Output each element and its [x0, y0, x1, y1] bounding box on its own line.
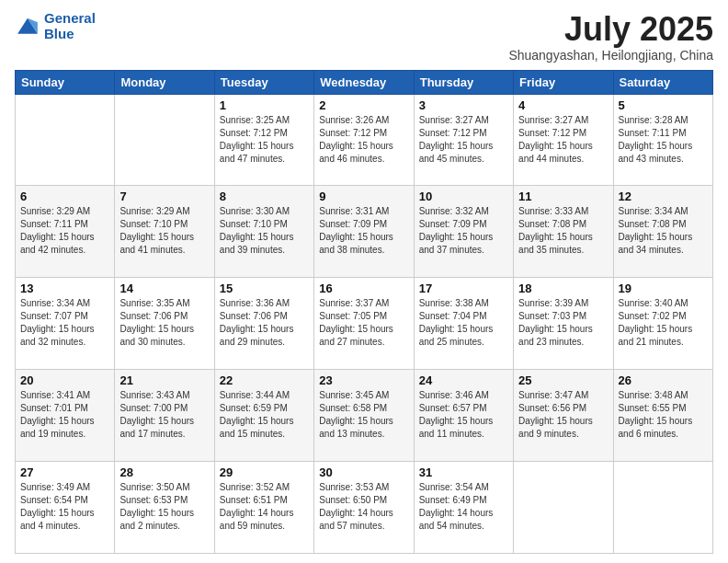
day-info: Sunrise: 3:30 AM Sunset: 7:10 PM Dayligh…: [220, 205, 309, 257]
calendar-cell: 17Sunrise: 3:38 AM Sunset: 7:04 PM Dayli…: [414, 278, 513, 370]
logo-text: General Blue: [44, 11, 96, 41]
day-info: Sunrise: 3:49 AM Sunset: 6:54 PM Dayligh…: [20, 481, 109, 533]
calendar: Sunday Monday Tuesday Wednesday Thursday…: [15, 70, 713, 554]
calendar-cell: 18Sunrise: 3:39 AM Sunset: 7:03 PM Dayli…: [514, 278, 613, 370]
calendar-cell: 5Sunrise: 3:28 AM Sunset: 7:11 PM Daylig…: [613, 94, 712, 186]
day-info: Sunrise: 3:25 AM Sunset: 7:12 PM Dayligh…: [220, 114, 309, 166]
col-thursday: Thursday: [414, 70, 513, 94]
day-number: 15: [220, 282, 309, 295]
calendar-cell: 29Sunrise: 3:52 AM Sunset: 6:51 PM Dayli…: [214, 462, 313, 554]
day-number: 10: [419, 190, 508, 203]
calendar-cell: 20Sunrise: 3:41 AM Sunset: 7:01 PM Dayli…: [16, 370, 115, 462]
day-number: 25: [518, 373, 608, 387]
day-number: 8: [220, 190, 309, 203]
day-info: Sunrise: 3:37 AM Sunset: 7:05 PM Dayligh…: [319, 297, 408, 349]
calendar-week-5: 27Sunrise: 3:49 AM Sunset: 6:54 PM Dayli…: [16, 462, 713, 554]
calendar-cell: 30Sunrise: 3:53 AM Sunset: 6:50 PM Dayli…: [314, 462, 414, 554]
calendar-week-3: 13Sunrise: 3:34 AM Sunset: 7:07 PM Dayli…: [16, 278, 713, 370]
day-info: Sunrise: 3:47 AM Sunset: 6:56 PM Dayligh…: [518, 389, 608, 441]
day-number: 13: [20, 282, 109, 295]
day-number: 6: [20, 190, 109, 203]
calendar-cell: 11Sunrise: 3:33 AM Sunset: 7:08 PM Dayli…: [514, 186, 613, 278]
col-friday: Friday: [514, 70, 613, 94]
day-number: 30: [319, 465, 408, 479]
calendar-cell: 14Sunrise: 3:35 AM Sunset: 7:06 PM Dayli…: [115, 278, 214, 370]
day-info: Sunrise: 3:44 AM Sunset: 6:59 PM Dayligh…: [220, 389, 309, 441]
col-sunday: Sunday: [16, 70, 115, 94]
day-number: 11: [518, 190, 608, 203]
day-number: 26: [619, 373, 708, 387]
calendar-cell: 7Sunrise: 3:29 AM Sunset: 7:10 PM Daylig…: [115, 186, 214, 278]
day-number: 29: [220, 465, 309, 479]
calendar-cell: 4Sunrise: 3:27 AM Sunset: 7:12 PM Daylig…: [514, 94, 613, 186]
day-number: 22: [220, 373, 309, 387]
calendar-cell: 26Sunrise: 3:48 AM Sunset: 6:55 PM Dayli…: [613, 370, 712, 462]
day-info: Sunrise: 3:34 AM Sunset: 7:07 PM Dayligh…: [20, 297, 109, 349]
day-number: 28: [119, 465, 209, 479]
calendar-cell: 24Sunrise: 3:46 AM Sunset: 6:57 PM Dayli…: [414, 370, 513, 462]
day-number: 14: [119, 282, 209, 295]
calendar-header-row: Sunday Monday Tuesday Wednesday Thursday…: [16, 70, 713, 94]
day-info: Sunrise: 3:45 AM Sunset: 6:58 PM Dayligh…: [319, 389, 408, 441]
calendar-cell: 23Sunrise: 3:45 AM Sunset: 6:58 PM Dayli…: [314, 370, 414, 462]
day-number: 27: [20, 465, 109, 479]
day-info: Sunrise: 3:29 AM Sunset: 7:10 PM Dayligh…: [119, 205, 209, 257]
day-info: Sunrise: 3:39 AM Sunset: 7:03 PM Dayligh…: [518, 297, 608, 349]
logo-icon: [15, 14, 40, 40]
col-tuesday: Tuesday: [214, 70, 313, 94]
calendar-cell: 9Sunrise: 3:31 AM Sunset: 7:09 PM Daylig…: [314, 186, 414, 278]
day-number: 23: [319, 373, 408, 387]
calendar-cell: 6Sunrise: 3:29 AM Sunset: 7:11 PM Daylig…: [16, 186, 115, 278]
col-wednesday: Wednesday: [314, 70, 414, 94]
calendar-cell: [613, 462, 712, 554]
calendar-cell: 12Sunrise: 3:34 AM Sunset: 7:08 PM Dayli…: [613, 186, 712, 278]
day-number: 9: [319, 190, 408, 203]
day-number: 12: [619, 190, 708, 203]
col-saturday: Saturday: [613, 70, 712, 94]
day-number: 1: [220, 98, 309, 112]
day-number: 7: [119, 190, 209, 203]
calendar-cell: 15Sunrise: 3:36 AM Sunset: 7:06 PM Dayli…: [214, 278, 313, 370]
day-number: 31: [419, 465, 508, 479]
calendar-cell: [16, 94, 115, 186]
day-info: Sunrise: 3:54 AM Sunset: 6:49 PM Dayligh…: [419, 481, 508, 533]
day-info: Sunrise: 3:27 AM Sunset: 7:12 PM Dayligh…: [518, 114, 608, 166]
calendar-cell: 19Sunrise: 3:40 AM Sunset: 7:02 PM Dayli…: [613, 278, 712, 370]
day-number: 18: [518, 282, 608, 295]
calendar-cell: 1Sunrise: 3:25 AM Sunset: 7:12 PM Daylig…: [214, 94, 313, 186]
day-number: 24: [419, 373, 508, 387]
calendar-week-4: 20Sunrise: 3:41 AM Sunset: 7:01 PM Dayli…: [16, 370, 713, 462]
calendar-cell: 22Sunrise: 3:44 AM Sunset: 6:59 PM Dayli…: [214, 370, 313, 462]
day-info: Sunrise: 3:33 AM Sunset: 7:08 PM Dayligh…: [518, 205, 608, 257]
month-title: July 2025: [508, 11, 713, 48]
calendar-cell: 27Sunrise: 3:49 AM Sunset: 6:54 PM Dayli…: [16, 462, 115, 554]
calendar-cell: 13Sunrise: 3:34 AM Sunset: 7:07 PM Dayli…: [16, 278, 115, 370]
calendar-week-1: 1Sunrise: 3:25 AM Sunset: 7:12 PM Daylig…: [16, 94, 713, 186]
calendar-cell: 31Sunrise: 3:54 AM Sunset: 6:49 PM Dayli…: [414, 462, 513, 554]
day-info: Sunrise: 3:38 AM Sunset: 7:04 PM Dayligh…: [419, 297, 508, 349]
calendar-cell: 16Sunrise: 3:37 AM Sunset: 7:05 PM Dayli…: [314, 278, 414, 370]
logo: General Blue: [15, 11, 96, 41]
title-block: July 2025 Shuangyashan, Heilongjiang, Ch…: [508, 11, 713, 63]
day-number: 2: [319, 98, 408, 112]
day-info: Sunrise: 3:34 AM Sunset: 7:08 PM Dayligh…: [619, 205, 708, 257]
day-info: Sunrise: 3:26 AM Sunset: 7:12 PM Dayligh…: [319, 114, 408, 166]
day-info: Sunrise: 3:27 AM Sunset: 7:12 PM Dayligh…: [419, 114, 508, 166]
day-info: Sunrise: 3:32 AM Sunset: 7:09 PM Dayligh…: [419, 205, 508, 257]
day-number: 4: [518, 98, 608, 112]
page: General Blue July 2025 Shuangyashan, Hei…: [0, 0, 728, 563]
calendar-cell: 8Sunrise: 3:30 AM Sunset: 7:10 PM Daylig…: [214, 186, 313, 278]
location-title: Shuangyashan, Heilongjiang, China: [508, 48, 713, 63]
col-monday: Monday: [115, 70, 214, 94]
header: General Blue July 2025 Shuangyashan, Hei…: [15, 11, 713, 63]
day-number: 19: [619, 282, 708, 295]
calendar-cell: 28Sunrise: 3:50 AM Sunset: 6:53 PM Dayli…: [115, 462, 214, 554]
calendar-cell: [514, 462, 613, 554]
day-info: Sunrise: 3:28 AM Sunset: 7:11 PM Dayligh…: [619, 114, 708, 166]
calendar-body: 1Sunrise: 3:25 AM Sunset: 7:12 PM Daylig…: [16, 94, 713, 553]
day-info: Sunrise: 3:41 AM Sunset: 7:01 PM Dayligh…: [20, 389, 109, 441]
day-info: Sunrise: 3:29 AM Sunset: 7:11 PM Dayligh…: [20, 205, 109, 257]
day-info: Sunrise: 3:43 AM Sunset: 7:00 PM Dayligh…: [119, 389, 209, 441]
calendar-cell: 2Sunrise: 3:26 AM Sunset: 7:12 PM Daylig…: [314, 94, 414, 186]
calendar-cell: [115, 94, 214, 186]
